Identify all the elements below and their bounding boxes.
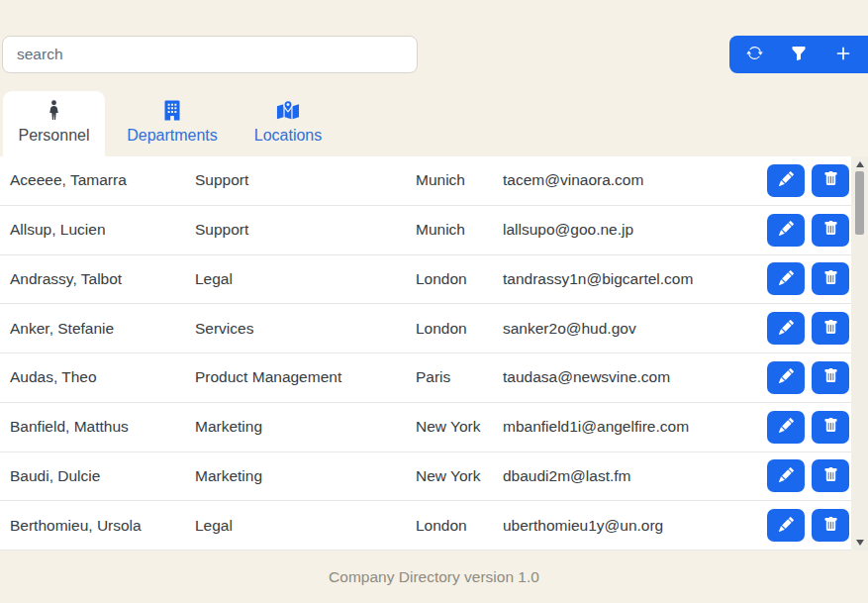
pencil-icon xyxy=(779,221,794,239)
delete-button[interactable] xyxy=(812,164,849,197)
tab-locations[interactable]: Locations xyxy=(241,91,335,156)
pencil-icon xyxy=(779,270,794,288)
refresh-button[interactable] xyxy=(743,44,765,65)
cell-location: New York xyxy=(416,467,503,485)
edit-button[interactable] xyxy=(767,459,805,492)
refresh-icon xyxy=(746,45,763,64)
cell-name: Andrassy, Talbot xyxy=(10,270,195,288)
add-button[interactable] xyxy=(832,44,854,65)
cell-department: Marketing xyxy=(195,467,416,485)
cell-email: taudasa@newsvine.com xyxy=(503,368,767,386)
cell-department: Product Management xyxy=(195,368,416,386)
cell-department: Services xyxy=(195,320,416,338)
pencil-icon xyxy=(779,171,794,189)
scrollbar-up-arrow[interactable] xyxy=(856,161,864,167)
trash-icon xyxy=(823,467,838,485)
table-row: Andrassy, Talbot Legal London tandrassy1… xyxy=(0,255,868,305)
cell-department: Legal xyxy=(195,517,416,535)
edit-button[interactable] xyxy=(767,312,805,345)
cell-location: London xyxy=(416,320,503,338)
table-row: Berthomieu, Ursola Legal London uberthom… xyxy=(0,501,868,551)
trash-icon xyxy=(823,368,838,386)
delete-button[interactable] xyxy=(812,509,849,542)
table-row: Audas, Theo Product Management Paris tau… xyxy=(0,353,868,403)
search-input[interactable] xyxy=(2,36,418,73)
table-row: Allsup, Lucien Support Munich lallsupo@g… xyxy=(0,206,868,255)
scrollbar[interactable] xyxy=(851,156,868,551)
footer-text: Company Directory version 1.0 xyxy=(329,568,539,586)
edit-button[interactable] xyxy=(767,411,805,444)
delete-button[interactable] xyxy=(812,214,849,247)
cell-name: Banfield, Matthus xyxy=(10,418,195,436)
footer: Company Directory version 1.0 xyxy=(0,551,868,603)
tab-label: Personnel xyxy=(18,127,89,145)
cell-name: Audas, Theo xyxy=(10,368,195,386)
pencil-icon xyxy=(779,368,794,386)
table-row: Banfield, Matthus Marketing New York mba… xyxy=(0,403,868,452)
table-row: Anker, Stefanie Services London sanker2o… xyxy=(0,304,868,353)
cell-name: Allsup, Lucien xyxy=(10,221,195,239)
company-directory-app: Personnel Departments xyxy=(0,0,868,603)
cell-department: Legal xyxy=(195,270,416,288)
cell-location: Paris xyxy=(416,368,503,386)
pencil-icon xyxy=(779,517,794,535)
cell-email: tacem@vinaora.com xyxy=(503,171,767,189)
trash-icon xyxy=(823,320,838,338)
pencil-icon xyxy=(779,467,794,485)
edit-button[interactable] xyxy=(767,509,805,542)
cell-email: tandrassy1n@bigcartel.com xyxy=(503,270,767,288)
cell-name: Berthomieu, Ursola xyxy=(10,517,195,535)
scrollbar-down-arrow[interactable] xyxy=(856,540,864,546)
cell-location: Munich xyxy=(416,171,503,189)
tab-bar: Personnel Departments xyxy=(3,91,335,156)
filter-button[interactable] xyxy=(788,44,810,65)
cell-department: Support xyxy=(195,171,416,189)
edit-button[interactable] xyxy=(767,361,805,394)
filter-icon xyxy=(791,46,807,64)
cell-email: lallsupo@goo.ne.jp xyxy=(503,221,767,239)
table-body: Aceeee, Tamarra Support Munich tacem@vin… xyxy=(0,156,868,551)
cell-location: New York xyxy=(416,418,503,436)
trash-icon xyxy=(823,171,838,189)
trash-icon xyxy=(823,270,838,288)
pencil-icon xyxy=(779,418,794,436)
trash-icon xyxy=(823,418,838,436)
tab-personnel[interactable]: Personnel xyxy=(3,91,105,156)
scrollbar-thumb[interactable] xyxy=(855,171,864,235)
delete-button[interactable] xyxy=(812,312,849,345)
map-location-icon xyxy=(276,98,300,122)
toolbar xyxy=(729,36,868,73)
table-row: Aceeee, Tamarra Support Munich tacem@vin… xyxy=(0,156,868,206)
tab-departments[interactable]: Departments xyxy=(113,91,232,156)
tab-label: Departments xyxy=(127,127,218,145)
delete-button[interactable] xyxy=(812,411,849,444)
cell-email: mbanfield1i@angelfire.com xyxy=(503,418,767,436)
cell-department: Marketing xyxy=(195,418,416,436)
header: Personnel Departments xyxy=(0,0,868,156)
cell-name: Anker, Stefanie xyxy=(10,320,195,338)
trash-icon xyxy=(823,517,838,535)
building-icon xyxy=(162,98,182,122)
plus-icon xyxy=(834,45,852,65)
table-row: Baudi, Dulcie Marketing New York dbaudi2… xyxy=(0,452,868,502)
delete-button[interactable] xyxy=(812,459,849,492)
personnel-table: Aceeee, Tamarra Support Munich tacem@vin… xyxy=(0,156,868,551)
cell-email: dbaudi2m@last.fm xyxy=(503,467,767,485)
edit-button[interactable] xyxy=(767,262,805,295)
tab-label: Locations xyxy=(254,127,323,145)
edit-button[interactable] xyxy=(767,214,805,247)
cell-name: Baudi, Dulcie xyxy=(10,467,195,485)
cell-location: Munich xyxy=(416,221,503,239)
trash-icon xyxy=(823,221,838,239)
delete-button[interactable] xyxy=(812,361,849,394)
cell-email: uberthomieu1y@un.org xyxy=(503,517,767,535)
cell-email: sanker2o@hud.gov xyxy=(503,320,767,338)
cell-name: Aceeee, Tamarra xyxy=(10,171,195,189)
edit-button[interactable] xyxy=(767,164,805,197)
cell-department: Support xyxy=(195,221,416,239)
delete-button[interactable] xyxy=(812,262,849,295)
pencil-icon xyxy=(779,320,794,338)
cell-location: London xyxy=(416,517,503,535)
person-icon xyxy=(44,98,64,122)
cell-location: London xyxy=(416,270,503,288)
